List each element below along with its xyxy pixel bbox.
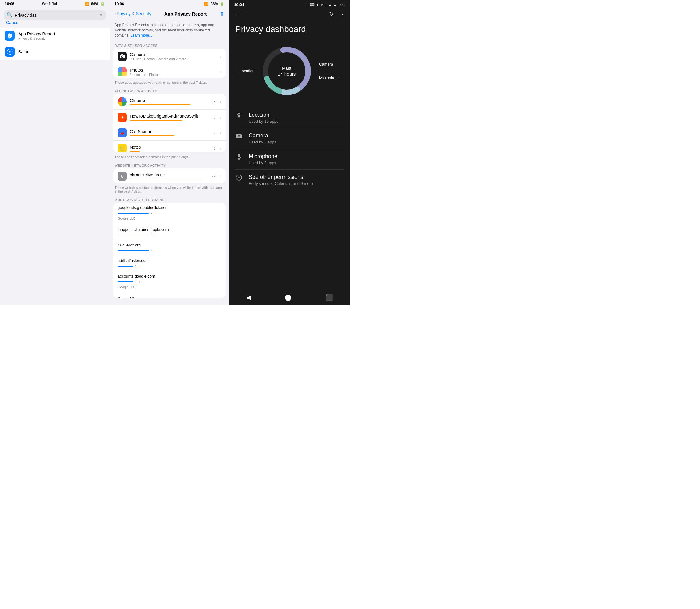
donut-chart: Past 24 hours [259, 44, 314, 99]
origami-network-item[interactable]: ✈ HowToMakeOrigamiAndPlanesSwift 7 › [113, 110, 225, 125]
domain-bar-row-tribal: 1 › [118, 264, 221, 269]
permission-location[interactable]: Location Used by 10 apps [235, 107, 344, 128]
permission-other[interactable]: See other permissions Body sensors, Cale… [235, 170, 344, 190]
microphone-perm-icon [235, 153, 243, 161]
permission-microphone[interactable]: Microphone Used by 3 apps [235, 149, 344, 170]
domain-googleads[interactable]: googleads.g.doubleclick.net 2 › Google L… [113, 203, 225, 225]
search-result-safari[interactable]: Safari [0, 44, 110, 60]
chrome-bar [130, 104, 190, 105]
camera-item-title: Camera [130, 52, 217, 57]
domain-bar-tribal [118, 266, 133, 266]
android-status-bar: 10:04 ↑ ⌨ ▶ in • ▲ ▲ 69% [229, 0, 350, 8]
nav-back-label: Privacy & Security [117, 11, 152, 16]
app-network-footer: These apps contacted domains in the past… [110, 153, 229, 162]
camera-perm-icon [235, 133, 243, 141]
ios-status-bar: 10:06 Sat 1 Jul 📶 86% 🔋 [0, 0, 110, 8]
status-time: 10:06 [5, 2, 14, 6]
android-recents-button[interactable]: ⬛ [318, 293, 340, 302]
android-refresh-icon[interactable]: ↻ [329, 11, 334, 17]
domain-count-googleacc: 1 [135, 280, 137, 284]
camera-perm-subtitle: Used by 3 apps [249, 140, 344, 144]
domain-name-googleads: googleads.g.doubleclick.net [118, 205, 221, 210]
status-date: Sat 1 Jul [42, 2, 57, 6]
origami-icon: ✈ [118, 113, 127, 122]
photos-item-content: Photos 14 sec ago · Photos [130, 68, 217, 76]
nav-back-button[interactable]: ‹ Privacy & Security [115, 11, 151, 16]
camera-chevron-icon: › [220, 54, 221, 59]
show-all-item[interactable]: Show All › [113, 293, 225, 298]
show-all-label: Show All [118, 296, 217, 298]
search-input[interactable] [15, 13, 98, 18]
location-perm-icon [235, 112, 243, 120]
nav-header: ‹ Privacy & Security App Privacy Report … [110, 8, 229, 19]
domain-tribal[interactable]: a.tribalfusion.com 1 › [113, 256, 225, 272]
domain-bar-row-lencr: 2 › [118, 248, 221, 253]
share-icon[interactable]: ⬆ [220, 10, 224, 17]
chrome-chevron-icon: › [220, 99, 221, 104]
googleacc-chevron-icon: › [139, 279, 140, 284]
learn-more-link[interactable]: Learn more... [131, 33, 152, 37]
other-perm-content: See other permissions Body sensors, Cale… [249, 174, 344, 186]
chrome-network-item[interactable]: Chrome 8 › [113, 94, 225, 110]
notes-content: Notes [130, 145, 210, 152]
location-perm-subtitle: Used by 10 apps [249, 119, 344, 124]
clear-icon[interactable]: ✕ [99, 13, 103, 18]
domain-lencr[interactable]: r3.o.lencr.org 2 › [113, 240, 225, 256]
android-nav-bar: ◀ ⬤ ⬛ [229, 289, 350, 304]
notes-chevron-icon: › [220, 146, 221, 151]
permissions-list: Location Used by 10 apps Camera Used by … [229, 104, 350, 193]
domain-count-googleads: 2 [151, 211, 152, 215]
middle-status-bar: 10:06 📶 86% 🔋 [110, 0, 229, 8]
camera-item[interactable]: Camera in 0 sec · Photos, Camera and 2 m… [113, 49, 225, 64]
search-result-text-safari: Safari [18, 49, 105, 54]
domain-itunes[interactable]: inappcheck.itunes.apple.com 2 › [113, 225, 225, 240]
camera-item-subtitle: in 0 sec · Photos, Camera and 2 more [130, 57, 217, 61]
photos-item[interactable]: Photos 14 sec ago · Photos › [113, 64, 225, 78]
chroniclelive-title: chroniclelive.co.uk [130, 172, 209, 177]
svg-point-18 [236, 175, 242, 180]
cancel-button[interactable]: Cancel [4, 20, 19, 25]
domain-count-tribal: 1 [135, 264, 137, 268]
domain-bar-row-itunes: 2 › [118, 233, 221, 238]
domain-count-lencr: 2 [151, 249, 152, 253]
expand-perm-icon [235, 174, 243, 182]
chrome-count: 8 [214, 100, 216, 104]
location-perm-content: Location Used by 10 apps [249, 112, 344, 124]
tribal-chevron-icon: › [139, 264, 140, 269]
search-result-app-privacy-report[interactable]: App Privacy Report Privacy & Security [0, 28, 110, 44]
android-more-icon[interactable]: ⋮ [340, 11, 345, 17]
domain-name-itunes: inappcheck.itunes.apple.com [118, 227, 221, 232]
origami-content: HowToMakeOrigamiAndPlanesSwift [130, 114, 210, 121]
chroniclelive-item[interactable]: C chroniclelive.co.uk 72 › [113, 169, 225, 183]
permission-camera[interactable]: Camera Used by 3 apps [235, 128, 344, 149]
donut-chart-container: Location Past 24 hours Camera Microphone [229, 40, 350, 104]
left-panel: 10:06 Sat 1 Jul 📶 86% 🔋 🔍 ✕ Cancel App P… [0, 0, 110, 304]
photos-item-title: Photos [130, 68, 217, 72]
lencr-chevron-icon: › [154, 248, 156, 253]
result-title-privacy: App Privacy Report [18, 31, 105, 36]
domain-org-googleads: Google LLC [118, 216, 221, 222]
domain-name-lencr: r3.o.lencr.org [118, 243, 221, 247]
section-header-website-network: WEBSITE NETWORK ACTIVITY [110, 162, 229, 169]
domain-googleacc[interactable]: accounts.google.com 1 › Google LLC [113, 272, 225, 293]
camera-item-icon [118, 52, 127, 61]
chroniclelive-content: chroniclelive.co.uk [130, 172, 209, 179]
android-home-button[interactable]: ⬤ [277, 293, 298, 302]
middle-panel: 10:06 📶 86% 🔋 ‹ Privacy & Security App P… [110, 0, 229, 304]
chroniclelive-favicon: C [118, 172, 127, 181]
other-perm-subtitle: Body sensors, Calendar, and 9 more [249, 181, 344, 186]
android-dot-icon: • [325, 3, 326, 7]
scanner-bar [130, 135, 174, 136]
donut-label-camera: Camera [319, 62, 340, 66]
notes-network-item[interactable]: 📒 Notes 1 › [113, 141, 225, 152]
itunes-chevron-icon: › [154, 233, 156, 238]
other-perm-title: See other permissions [249, 174, 344, 180]
result-title-safari: Safari [18, 49, 105, 54]
android-back-nav-button[interactable]: ◀ [239, 293, 258, 302]
android-linkedin-icon: in [321, 3, 324, 7]
android-back-button[interactable]: ← [234, 10, 241, 18]
scanner-network-item[interactable]: 🚗 Car Scanner 6 › [113, 125, 225, 141]
donut-label-microphone: Microphone [319, 75, 340, 80]
scanner-count: 6 [214, 131, 216, 135]
show-all-content: Show All [118, 296, 217, 298]
